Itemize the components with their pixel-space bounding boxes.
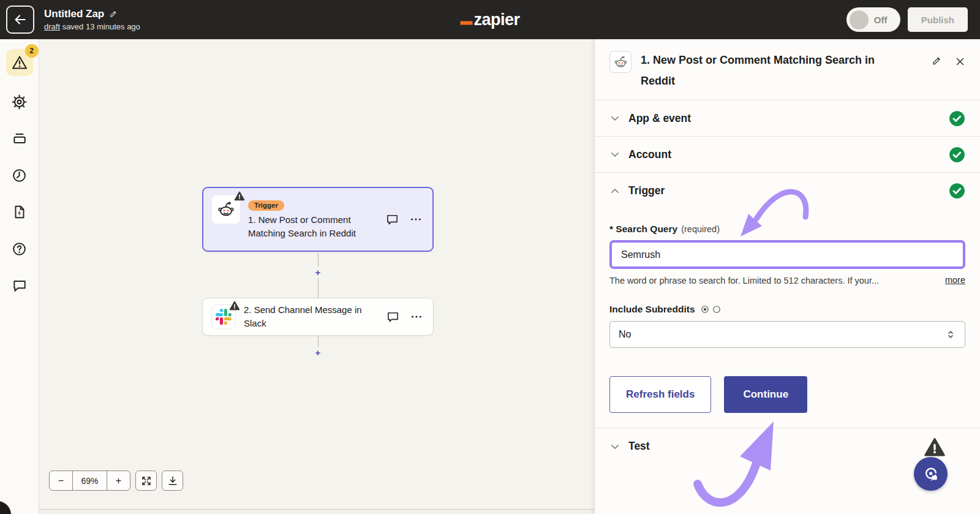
check-complete-icon — [949, 183, 965, 199]
copilot-icon — [922, 465, 940, 483]
add-step-button[interactable]: + — [314, 347, 323, 358]
search-query-input[interactable] — [612, 243, 963, 266]
sidebar-item-feedback[interactable] — [6, 272, 33, 299]
step-comment-icon[interactable] — [386, 310, 400, 324]
search-query-help-text: The word or phrase to search for. Limite… — [609, 275, 937, 287]
sidebar-item-zap-runs[interactable] — [6, 198, 33, 225]
reddit-app-icon-box — [609, 51, 631, 73]
chevron-down-icon — [609, 441, 620, 452]
radio-unselected-icon[interactable] — [712, 305, 721, 314]
pencil-icon — [932, 56, 943, 67]
check-complete-icon — [949, 110, 965, 127]
continue-button[interactable]: Continue — [724, 376, 807, 413]
reddit-app-icon-box — [212, 195, 240, 224]
warning-icon — [11, 54, 28, 71]
topbar: Untitled Zap draft saved 13 minutes ago … — [0, 0, 980, 39]
panel-step-title: 1. New Post or Comment Matching Search i… — [641, 50, 897, 91]
zoom-level: 69% — [72, 471, 107, 490]
back-button[interactable] — [6, 6, 34, 34]
trigger-section-body: * Search Query(required) The word or phr… — [595, 224, 980, 413]
chevron-down-icon — [609, 113, 620, 124]
section-trigger[interactable]: Trigger — [595, 173, 980, 209]
step-warning-badge-icon — [229, 300, 240, 311]
zap-on-off-toggle[interactable]: Off — [846, 7, 900, 32]
sidebar-item-steps[interactable] — [6, 125, 33, 152]
gear-icon — [11, 94, 28, 110]
reddit-icon — [613, 55, 628, 70]
zapier-logo-dash — [460, 21, 472, 25]
download-icon — [167, 475, 179, 487]
chevron-down-icon — [609, 149, 620, 160]
refresh-fields-button[interactable]: Refresh fields — [609, 376, 711, 413]
step-more-ellipsis-icon[interactable] — [410, 310, 423, 323]
copilot-button[interactable] — [914, 457, 948, 491]
include-subreddits-select[interactable]: No — [609, 321, 965, 348]
reddit-icon — [216, 200, 236, 219]
zap-title: Untitled Zap — [44, 8, 104, 20]
rename-step-button[interactable] — [932, 55, 943, 67]
zoom-out-button[interactable]: − — [50, 471, 72, 490]
toggle-knob — [850, 10, 869, 29]
check-complete-icon — [949, 146, 965, 163]
sidebar-item-history[interactable] — [6, 162, 33, 189]
section-app-and-event[interactable]: App & event — [595, 100, 980, 137]
canvas-zoom-controls: − 69% + — [49, 471, 183, 491]
document-lightning-icon — [12, 204, 28, 220]
step-title: 2. Send Channel Message in Slack — [244, 303, 377, 330]
zap-title-block: Untitled Zap draft saved 13 minutes ago — [44, 8, 140, 31]
publish-button[interactable]: Publish — [908, 7, 968, 32]
steps-icon — [12, 130, 28, 146]
search-query-annotation-box — [609, 240, 965, 269]
history-clock-icon — [11, 167, 28, 184]
slack-app-icon-box — [211, 304, 236, 329]
trigger-badge: Trigger — [248, 200, 284, 211]
step-more-ellipsis-icon[interactable] — [409, 213, 423, 226]
step-warning-badge-icon — [234, 191, 245, 202]
search-query-label: * Search Query(required) — [609, 224, 965, 235]
step-config-panel: 1. New Post or Comment Matching Search i… — [594, 39, 980, 514]
chevron-up-icon — [609, 186, 620, 197]
expand-arrows-icon — [140, 475, 153, 487]
download-button[interactable] — [162, 471, 183, 491]
add-step-button[interactable]: + — [314, 266, 323, 278]
edit-title-pencil-icon[interactable] — [109, 10, 118, 19]
action-step-node[interactable]: 2. Send Channel Message in Slack — [202, 298, 434, 336]
toggle-label: Off — [874, 15, 888, 25]
select-chevrons-icon — [945, 329, 956, 340]
canvas-bottom-edge — [39, 509, 594, 514]
back-arrow-icon — [13, 12, 28, 27]
sidebar-item-settings[interactable] — [6, 88, 33, 115]
step-comment-icon[interactable] — [385, 213, 399, 227]
more-link[interactable]: more — [945, 275, 965, 285]
warning-triangle-icon — [923, 436, 946, 458]
radio-selected-icon[interactable] — [701, 305, 709, 314]
zap-canvas[interactable]: + + Trigger 1. New Post or Comment Match… — [39, 39, 594, 514]
help-question-icon — [11, 241, 28, 257]
close-icon — [955, 56, 965, 67]
warning-count-badge: 2 — [25, 44, 39, 58]
zoom-in-button[interactable]: + — [107, 471, 130, 490]
section-account[interactable]: Account — [595, 137, 980, 173]
save-status: draft saved 13 minutes ago — [44, 22, 140, 31]
zapier-logo: zapier — [460, 12, 519, 28]
draft-link[interactable]: draft — [44, 22, 60, 31]
sidebar-item-warnings[interactable]: 2 — [6, 49, 33, 76]
include-subreddits-label: Include Subreddits — [609, 304, 695, 315]
panel-header: 1. New Post or Comment Matching Search i… — [595, 39, 980, 100]
sidebar-item-help[interactable] — [6, 235, 33, 262]
trigger-step-node[interactable]: Trigger 1. New Post or Comment Matching … — [202, 187, 434, 252]
feedback-chat-icon — [12, 278, 28, 293]
close-panel-button[interactable] — [955, 55, 965, 67]
step-title: 1. New Post or Comment Matching Search i… — [248, 213, 382, 240]
fit-view-button[interactable] — [135, 471, 157, 491]
left-sidebar: 2 — [0, 39, 39, 514]
